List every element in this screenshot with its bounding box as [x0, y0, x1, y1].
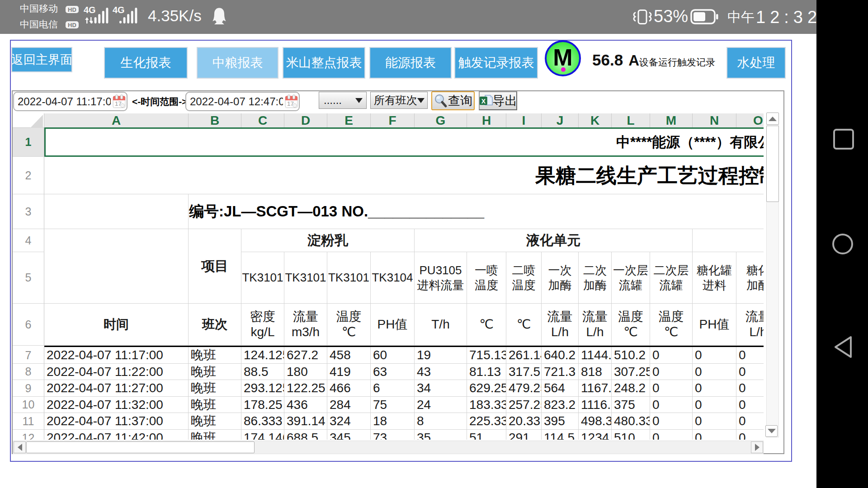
svg-text:M: M: [553, 44, 572, 70]
svg-text:X: X: [481, 98, 486, 105]
